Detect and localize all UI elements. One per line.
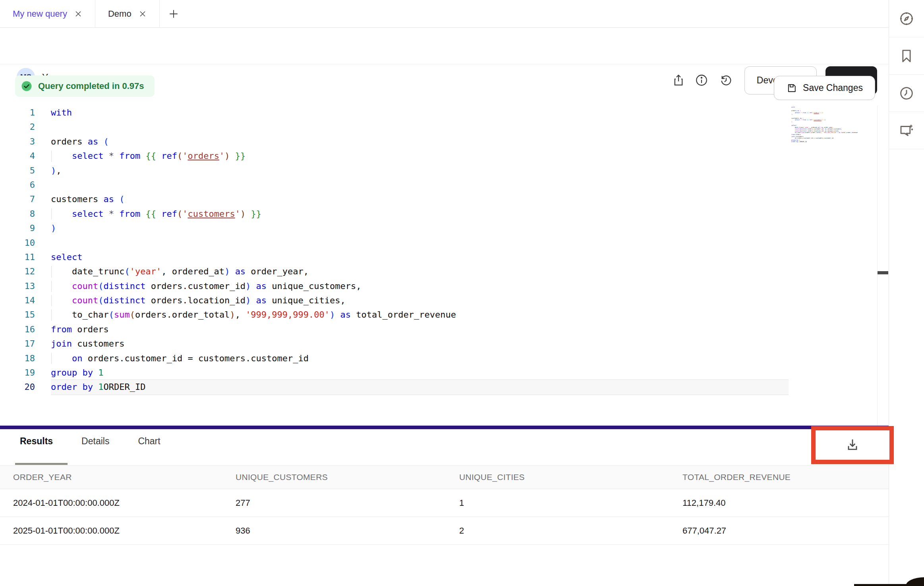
code-text: customers as ( (51, 192, 789, 206)
new-tab-button[interactable] (160, 0, 188, 27)
download-results-button[interactable] (816, 430, 889, 460)
code-line-3[interactable]: 3orders as ( (14, 135, 876, 149)
save-changes-label: Save Changes (803, 83, 863, 93)
code-line-8[interactable]: 8 select * from {{ ref('customers') }} (14, 207, 876, 221)
chat-sparkle-icon[interactable] (889, 112, 924, 149)
right-icon-sidebar (889, 0, 924, 586)
code-line-18[interactable]: 18 on orders.customer_id = customers.cus… (14, 351, 876, 366)
tab-chart[interactable]: Chart (138, 436, 160, 447)
indent-guide (51, 150, 52, 162)
table-row[interactable]: 2024-01-01T00:00:00.000Z2771112,179.40 (0, 489, 889, 517)
share-icon[interactable] (670, 71, 687, 89)
code-line-19[interactable]: 19group by 1 (14, 366, 876, 380)
results-tab-bar: Results Details Chart (20, 436, 160, 447)
column-header: TOTAL_ORDER_REVENUE (682, 472, 889, 482)
code-text: order by 1ORDER_ID (51, 380, 789, 394)
results-table-body: 2024-01-01T00:00:00.000Z2771112,179.4020… (0, 489, 889, 545)
code-line-10[interactable]: 10 (14, 236, 876, 250)
tab-details[interactable]: Details (81, 436, 109, 447)
history-clock-icon[interactable] (889, 75, 924, 112)
code-text: ) (51, 221, 789, 235)
indent-guide (51, 353, 52, 364)
code-line-6[interactable]: 6 (14, 178, 876, 192)
table-cell: 112,179.40 (682, 498, 889, 508)
line-number: 18 (14, 351, 35, 366)
line-number: 17 (14, 337, 35, 351)
table-cell: 936 (236, 526, 459, 536)
results-table-header: ORDER_YEARUNIQUE_CUSTOMERSUNIQUE_CITIEST… (0, 465, 889, 489)
table-cell: 2024-01-01T00:00:00.000Z (13, 498, 236, 508)
line-number: 4 (14, 149, 35, 163)
table-row[interactable]: 2025-01-01T00:00:00.000Z9362677,047.27 (0, 517, 889, 545)
close-tab-icon[interactable] (139, 10, 147, 18)
line-number: 14 (14, 293, 35, 308)
code-text: ), (51, 164, 789, 178)
indent-guide (51, 208, 52, 220)
column-header: ORDER_YEAR (13, 472, 236, 482)
editor-scrollbar-thumb[interactable] (878, 271, 888, 274)
code-line-4[interactable]: 4 select * from {{ ref('orders') }} (14, 149, 876, 163)
panel-resize-bar[interactable] (0, 426, 889, 429)
table-cell: 677,047.27 (682, 526, 889, 536)
indent-guide (51, 266, 52, 277)
line-number: 19 (14, 366, 35, 380)
code-line-14[interactable]: 14 count(distinct orders.location_id) as… (14, 293, 876, 308)
code-line-17[interactable]: 17join customers (14, 337, 876, 351)
tab-demo[interactable]: Demo (95, 0, 160, 27)
code-text (51, 178, 789, 192)
code-line-13[interactable]: 13 count(distinct orders.customer_id) as… (14, 279, 876, 293)
line-number: 12 (14, 264, 35, 279)
table-cell: 2 (459, 526, 682, 536)
line-number: 13 (14, 279, 35, 293)
indent-guide (51, 309, 52, 320)
line-number: 2 (14, 120, 35, 134)
table-cell: 1 (459, 498, 682, 508)
code-line-9[interactable]: 9) (14, 221, 876, 235)
minimap-line: order by 1ORDER_ID (791, 141, 851, 143)
code-text (51, 120, 789, 134)
query-header: MS Your query Develop (0, 28, 889, 64)
tab-my-new-query[interactable]: My new query (0, 0, 95, 27)
code-text: with (51, 106, 789, 120)
indent-guide (51, 295, 52, 306)
code-line-5[interactable]: 5), (14, 164, 876, 178)
tab-label: My new query (13, 9, 67, 19)
code-line-12[interactable]: 12 date_trunc('year', ordered_at) as ord… (14, 264, 876, 279)
code-text (51, 236, 789, 250)
column-header: UNIQUE_CITIES (459, 472, 682, 482)
download-icon (845, 437, 860, 453)
code-text: count(distinct orders.location_id) as un… (51, 293, 789, 308)
code-text: select * from {{ ref('customers') }} (51, 207, 789, 221)
code-text: orders as ( (51, 135, 789, 149)
info-icon[interactable] (693, 71, 710, 89)
bookmark-icon[interactable] (889, 37, 924, 75)
table-cell: 277 (236, 498, 459, 508)
code-editor[interactable]: 1with23orders as (4 select * from {{ ref… (14, 106, 876, 395)
code-line-16[interactable]: 16from orders (14, 322, 876, 337)
tab-results[interactable]: Results (20, 436, 53, 447)
code-line-11[interactable]: 11select (14, 250, 876, 264)
compass-icon[interactable] (889, 0, 924, 37)
code-line-2[interactable]: 2 (14, 120, 876, 134)
line-number: 16 (14, 322, 35, 337)
annotation-highlight (811, 426, 894, 464)
code-text: on orders.customer_id = customers.custom… (51, 351, 789, 366)
editor-scrollbar-track (877, 106, 878, 426)
active-tab-underline (15, 463, 68, 465)
line-number: 15 (14, 308, 35, 322)
main-column: My new query Demo MS Your query (0, 0, 889, 586)
minimap[interactable]: withorders as ( select * from {{ ref('or… (791, 106, 851, 143)
code-line-15[interactable]: 15 to_char(sum(orders.order_total), '999… (14, 308, 876, 322)
indent-guide (51, 281, 52, 292)
code-line-20[interactable]: 20order by 1ORDER_ID (14, 380, 876, 394)
table-cell: 2025-01-01T00:00:00.000Z (13, 526, 236, 536)
code-line-7[interactable]: 7customers as ( (14, 192, 876, 206)
version-history-icon[interactable] (717, 71, 735, 89)
close-tab-icon[interactable] (74, 10, 82, 18)
save-changes-button[interactable]: Save Changes (774, 76, 875, 100)
line-number: 20 (14, 380, 35, 394)
status-message: Query completed in 0.97s (38, 81, 144, 91)
code-line-1[interactable]: 1with (14, 106, 876, 120)
code-text: select (51, 250, 789, 264)
query-status-badge: Query completed in 0.97s (15, 75, 155, 97)
